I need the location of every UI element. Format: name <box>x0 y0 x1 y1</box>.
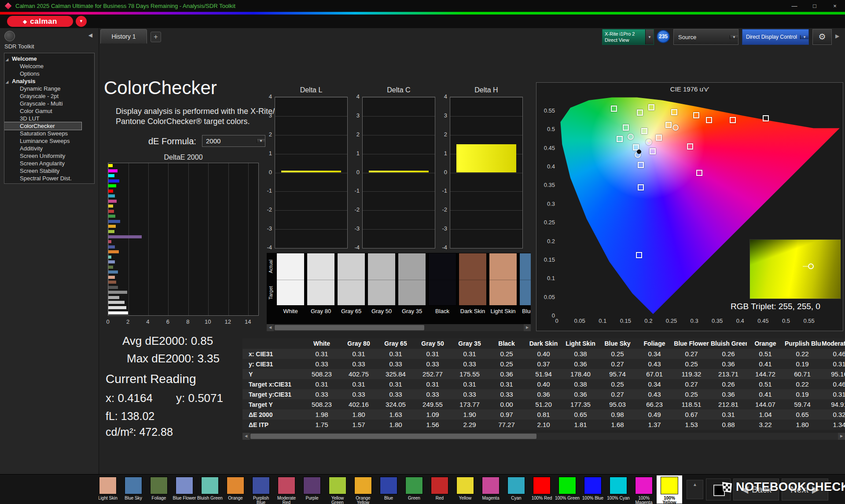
de-bar-yellow-green <box>108 230 114 233</box>
scroll-right-icon[interactable]: ▶ <box>524 324 531 331</box>
settings-gear-button[interactable]: ⚙ <box>812 29 832 45</box>
sidebar-item-saturation-sweeps[interactable]: Saturation Sweeps <box>4 130 94 137</box>
panel-collapse-right-icon[interactable]: ▶ <box>835 33 839 39</box>
palette-button-100-magenta[interactable]: 100% Magenta <box>631 475 657 504</box>
minimize-button[interactable]: — <box>784 0 805 12</box>
sidebar-item-luminance-sweeps[interactable]: Luminance Sweeps <box>4 137 94 145</box>
meter-dropdown-arrow-icon[interactable]: ▼ <box>645 29 654 44</box>
palette-button-blue[interactable]: Blue <box>376 475 401 504</box>
sidebar-item-screen-uniformity[interactable]: Screen Uniformity <box>4 152 94 160</box>
table-cell: 1.63 <box>377 409 414 420</box>
swatch-row: WhiteGray 80Gray 65Gray 50Gray 35BlackDa… <box>276 253 531 317</box>
table-scroll-thumb[interactable] <box>250 434 536 439</box>
palette-button-orange[interactable]: Orange <box>223 475 248 504</box>
palette-button-magenta[interactable]: Magenta <box>478 475 503 504</box>
meter-dropdown[interactable]: X-Rite i1Pro 2 Direct View ▼ <box>602 29 654 45</box>
swatch-scrollbar[interactable]: ◀ ▶ <box>267 324 531 331</box>
palette-button-light-skin[interactable]: Light Skin <box>99 475 121 504</box>
palette-expand-button[interactable]: ▲ <box>687 480 703 499</box>
de-bar-white <box>108 311 128 314</box>
palette-button-blue-sky[interactable]: Blue Sky <box>121 475 146 504</box>
axis-tick: 8 <box>184 318 191 325</box>
de-bar-blue-flower <box>108 260 115 263</box>
palette-label: Yellow <box>452 496 478 500</box>
de-bar-100-yellow <box>108 164 113 167</box>
table-cell: 175.55 <box>451 369 488 379</box>
table-cell: 0.27 <box>599 389 636 399</box>
swatch-scroll-thumb[interactable] <box>275 325 424 330</box>
maximize-button[interactable]: □ <box>805 0 825 12</box>
palette-label: Cyan <box>503 496 529 500</box>
table-scrollbar[interactable]: ◀ ▶ <box>242 433 845 440</box>
sidebar-item-dynamic-range[interactable]: Dynamic Range <box>4 85 94 92</box>
sidebar-item-grayscale-multi[interactable]: Grayscale - Multi <box>4 100 94 107</box>
axis-tick: -4 <box>346 244 360 251</box>
palette-button-green[interactable]: Green <box>401 475 427 504</box>
sidebar-item-screen-angularity[interactable]: Screen Angularity <box>4 160 94 167</box>
sidebar-collapse-button[interactable]: ◀ <box>88 32 92 38</box>
table-cell: 0.34 <box>636 379 673 389</box>
palette-button-purplish-blue[interactable]: Purplish Blue <box>248 475 274 504</box>
close-button[interactable]: × <box>825 0 845 12</box>
tab-history-1[interactable]: History 1 <box>100 29 147 44</box>
scroll-left-icon[interactable]: ◀ <box>267 324 274 331</box>
table-cell: 0.27 <box>599 359 636 369</box>
de-bar-cyan <box>108 194 115 197</box>
sidebar-item-analysis[interactable]: Analysis <box>4 77 94 85</box>
source-dropdown[interactable]: Source ▼ <box>673 29 738 45</box>
table-cell: 0.97 <box>488 409 525 420</box>
palette-button-yellow-green[interactable]: Yellow Green <box>325 475 350 504</box>
palette-button-cyan[interactable]: Cyan <box>503 475 529 504</box>
sidebar-home-button[interactable] <box>4 31 15 41</box>
sidebar-item-options[interactable]: Options <box>4 70 94 77</box>
palette-button-orange-yellow[interactable]: Orange Yellow <box>350 475 376 504</box>
sidebar-item-colorchecker[interactable]: ColorChecker <box>4 122 81 130</box>
table-scroll-left-icon[interactable]: ◀ <box>242 433 250 440</box>
sidebar-item-additivity[interactable]: Additivity <box>4 145 94 152</box>
table-cell: 0.81 <box>525 409 562 420</box>
palette-button-red[interactable]: Red <box>427 475 452 504</box>
sidebar-item-color-gamut[interactable]: Color Gamut <box>4 107 94 115</box>
sidebar-item-grayscale-2pt[interactable]: Grayscale - 2pt <box>4 92 94 100</box>
sidebar-item-welcome[interactable]: Welcome <box>4 55 94 62</box>
gridline <box>363 210 435 211</box>
palette-swatch <box>533 477 551 494</box>
palette-button-100-green[interactable]: 100% Green <box>555 475 580 504</box>
de-bar-black <box>108 286 118 289</box>
display-control-arrow-icon[interactable]: ▼ <box>800 35 808 39</box>
de-formula-select[interactable]: 2000 ▼ <box>202 135 265 147</box>
swatch-color <box>398 253 426 306</box>
gridline <box>450 210 522 211</box>
swatch-color <box>367 253 396 306</box>
de-formula-label: dE Formula: <box>148 136 196 146</box>
source-dropdown-arrow-icon[interactable]: ▼ <box>730 35 738 39</box>
de-bar-green <box>108 215 115 218</box>
palette-button-bluish-green[interactable]: Bluish Green <box>197 475 223 504</box>
palette-button-100-cyan[interactable]: 100% Cyan <box>606 475 631 504</box>
display-control-dropdown[interactable]: Direct Display Control ▼ <box>742 29 809 45</box>
axis-tick: 0.5 <box>779 318 793 324</box>
sidebar-item-spectral-power-dist[interactable]: Spectral Power Dist. <box>4 175 94 182</box>
brand-menu-button[interactable]: ▼ <box>76 16 87 27</box>
palette-button-100-blue[interactable]: 100% Blue <box>580 475 606 504</box>
delta-h-plot <box>450 97 523 248</box>
palette-button-blue-flower[interactable]: Blue Flower <box>172 475 197 504</box>
palette-button-100-yellow[interactable]: 100% Yellow <box>657 475 682 504</box>
cie-target-marker <box>665 122 672 128</box>
sidebar-item-3d-lut[interactable]: 3D LUT <box>4 115 94 122</box>
add-tab-button[interactable]: + <box>151 32 161 42</box>
sidebar-item-welcome[interactable]: Welcome <box>4 62 94 70</box>
table-scroll-right-icon[interactable]: ▶ <box>838 433 845 440</box>
palette-button-100-red[interactable]: 100% Red <box>529 475 555 504</box>
swatch-color <box>519 253 531 306</box>
table-cell: 0.25 <box>673 359 710 369</box>
swatch-label: Gray 35 <box>398 308 426 314</box>
palette-button-foliage[interactable]: Foliage <box>146 475 172 504</box>
palette-label: Foliage <box>146 496 172 500</box>
delta-bar <box>456 144 516 172</box>
sidebar-item-screen-stability[interactable]: Screen Stability <box>4 167 94 175</box>
table-cell: 0.65 <box>562 409 599 420</box>
palette-button-yellow[interactable]: Yellow <box>452 475 478 504</box>
palette-button-moderate-red[interactable]: Moderate Red <box>274 475 299 504</box>
palette-button-purple[interactable]: Purple <box>299 475 325 504</box>
